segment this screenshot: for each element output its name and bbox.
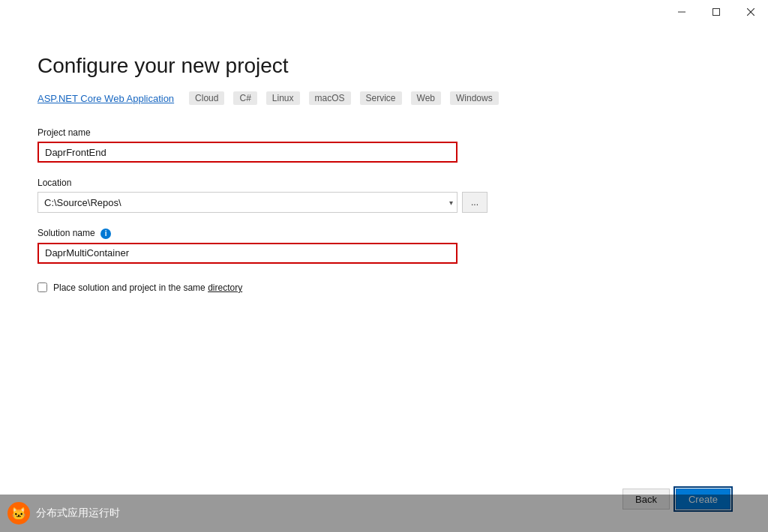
solution-name-input[interactable] xyxy=(38,243,458,264)
solution-name-group: Solution name i xyxy=(38,228,502,264)
main-content: Configure your new project ASP.NET Core … xyxy=(0,24,768,532)
location-row: C:\Source\Repos\ ▾ ... xyxy=(38,192,502,213)
page-title: Configure your new project xyxy=(38,54,730,78)
solution-name-label: Solution name i xyxy=(38,228,502,239)
location-select[interactable]: C:\Source\Repos\ xyxy=(38,192,458,213)
close-button[interactable] xyxy=(734,0,768,24)
directory-underline-text: directory xyxy=(208,282,242,293)
window: Configure your new project ASP.NET Core … xyxy=(0,0,768,532)
svg-rect-0 xyxy=(678,12,686,13)
maximize-button[interactable] xyxy=(699,0,734,24)
location-select-wrapper: C:\Source\Repos\ ▾ xyxy=(38,192,458,213)
title-bar-buttons xyxy=(664,0,768,24)
location-group: Location C:\Source\Repos\ ▾ ... xyxy=(38,178,502,213)
title-bar xyxy=(0,0,768,24)
tag-cloud: Cloud xyxy=(189,91,224,105)
project-name-label: Project name xyxy=(38,127,502,138)
svg-rect-1 xyxy=(713,9,720,16)
tag-linux: Linux xyxy=(266,91,300,105)
info-icon[interactable]: i xyxy=(100,229,111,239)
same-directory-label: Place solution and project in the same d… xyxy=(53,282,242,293)
project-type-row: ASP.NET Core Web Application Cloud C# Li… xyxy=(38,91,730,105)
location-label: Location xyxy=(38,178,502,188)
tags-container: Cloud C# Linux macOS Service Web Windows xyxy=(189,91,499,105)
watermark-icon: 🐱 xyxy=(8,502,30,525)
browse-button[interactable]: ... xyxy=(462,192,488,213)
watermark-label: 分布式应用运行时 xyxy=(36,507,120,520)
tag-web: Web xyxy=(411,91,441,105)
project-name-input[interactable] xyxy=(38,142,458,163)
project-name-group: Project name xyxy=(38,127,502,163)
tag-csharp: C# xyxy=(233,91,256,105)
watermark-text: 🐱 分布式应用运行时 xyxy=(8,502,120,525)
project-type-name[interactable]: ASP.NET Core Web Application xyxy=(38,93,174,104)
minimize-button[interactable] xyxy=(664,0,699,24)
tag-windows: Windows xyxy=(450,91,499,105)
tag-service: Service xyxy=(360,91,402,105)
watermark: 🐱 分布式应用运行时 xyxy=(0,495,768,532)
tag-macos: macOS xyxy=(309,91,351,105)
form-section: Project name Location C:\Source\Repos\ ▾… xyxy=(38,127,502,293)
same-directory-row: Place solution and project in the same d… xyxy=(38,282,502,293)
same-directory-checkbox[interactable] xyxy=(38,282,47,292)
